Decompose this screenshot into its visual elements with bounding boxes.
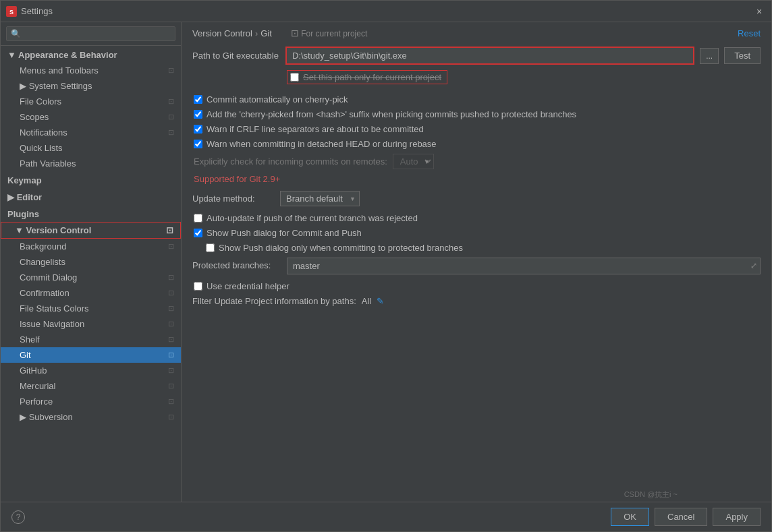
copy-icon: ⊡ [168,113,174,121]
help-button[interactable]: ? [11,510,25,524]
expand-arrow-editor: ▶ [7,192,17,202]
copy-icon: ⊡ [168,97,174,106]
close-button[interactable]: × [752,5,766,18]
sidebar-category-version-control[interactable]: ▼ Version Control ⊡ [1,222,181,239]
dialog-footer: ? OK Cancel Apply [1,502,771,531]
incoming-commits-select[interactable]: Auto [393,154,434,169]
checkbox-cherry-pick[interactable] [194,110,202,119]
copy-icon: ⊡ [168,366,174,375]
sidebar-category-editor[interactable]: ▶ Editor [1,188,181,205]
copy-icon: ⊡ [168,397,174,406]
checkbox-auto-commit[interactable] [194,95,202,104]
incoming-commits-select-wrapper: Auto [393,154,434,169]
copy-icon: ⊡ [168,382,174,390]
test-button[interactable]: Test [724,47,761,64]
checkbox-label-2: Warn if CRLF line separators are about t… [206,124,424,134]
checkbox-detached[interactable] [194,140,202,148]
breadcrumb-part2: Git [260,28,272,38]
sidebar: ▼ Appearance & Behavior Menus and Toolba… [1,22,182,502]
update-method-select-wrapper: Branch default Merge Rebase [280,191,360,206]
sidebar-item-background[interactable]: Background ⊡ [1,239,181,254]
checkbox-auto-update[interactable] [194,214,202,223]
expand-icon[interactable]: ⤢ [750,261,757,270]
checkbox-credential[interactable] [194,282,202,291]
checkbox-show-push[interactable] [194,229,202,237]
protected-branches-input[interactable] [287,258,760,274]
main-scroll-area: Path to Git executable ... Test Set this… [182,41,771,502]
sidebar-item-mercurial[interactable]: Mercurial ⊡ [1,378,181,394]
ok-button[interactable]: OK [611,508,649,526]
current-project-checkbox[interactable] [290,73,299,82]
search-input[interactable] [6,26,175,41]
main-header: Version Control › Git ⊡ For current proj… [182,22,771,41]
copy-icon: ⊡ [168,413,174,421]
sidebar-item-changelists[interactable]: Changelists [1,254,181,270]
copy-icon: ⊡ [168,128,174,137]
expand-icon-vc: ▼ [15,225,26,235]
sidebar-item-file-status-colors[interactable]: File Status Colors ⊡ [1,301,181,316]
sidebar-item-scopes[interactable]: Scopes ⊡ [1,109,181,125]
checkbox-row-1: Add the 'cherry-picked from <hash>' suff… [192,109,761,119]
show-push-row: Show Push dialog for Commit and Push [192,228,761,238]
incoming-commits-label: Explicitly check for incoming commits on… [194,156,387,167]
sidebar-item-menus-toolbars[interactable]: Menus and Toolbars ⊡ [1,63,181,78]
cancel-button[interactable]: Cancel [655,508,707,526]
checkbox-crlf[interactable] [194,125,202,134]
main-content: Version Control › Git ⊡ For current proj… [182,22,771,502]
sidebar-item-system-settings[interactable]: ▶ System Settings [1,78,181,94]
checkbox-label-1: Add the 'cherry-picked from <hash>' suff… [206,109,576,119]
sidebar-item-notifications[interactable]: Notifications ⊡ [1,125,181,140]
git-path-label: Path to Git executable [192,51,280,61]
expand-arrow-svn: ▶ [20,412,29,422]
sidebar-item-commit-dialog[interactable]: Commit Dialog ⊡ [1,270,181,285]
sidebar-section-version-control: ▼ Version Control ⊡ Background ⊡ Changel… [1,222,181,425]
current-project-label: Set this path only for current project [303,72,441,82]
checkbox-label-4: Auto-update if push of the current branc… [206,213,418,223]
sidebar-item-quick-lists[interactable]: Quick Lists [1,140,181,156]
copy-icon: ⊡ [168,66,174,75]
apply-button[interactable]: Apply [713,508,761,526]
checkbox-row-3: Warn when committing in detached HEAD or… [192,139,761,149]
reset-button[interactable]: Reset [738,28,761,38]
filter-label: Filter Update Project information by pat… [192,296,356,306]
svg-text:S: S [9,9,13,16]
current-project-row: Set this path only for current project [192,70,761,89]
sidebar-section-appearance: ▼ Appearance & Behavior Menus and Toolba… [1,46,181,171]
sidebar-category-appearance[interactable]: ▼ Appearance & Behavior [1,46,181,63]
update-method-select[interactable]: Branch default Merge Rebase [280,191,360,206]
for-current-project: ⊡ For current project [291,28,367,38]
copy-icon: ⊡ [168,289,174,297]
sidebar-item-perforce[interactable]: Perforce ⊡ [1,394,181,409]
git-path-input[interactable] [285,47,694,65]
copy-icon: ⊡ [168,351,174,359]
filter-value: All [362,296,371,306]
sidebar-item-shelf[interactable]: Shelf ⊡ [1,332,181,347]
sidebar-category-plugins[interactable]: Plugins [1,205,181,222]
dialog-body: ▼ Appearance & Behavior Menus and Toolba… [1,22,771,502]
breadcrumb: Version Control › Git ⊡ For current proj… [192,28,367,38]
copy-icon: ⊡ [168,304,174,313]
sidebar-item-path-variables[interactable]: Path Variables [1,156,181,171]
sidebar-search-area [1,22,181,46]
sidebar-item-file-colors[interactable]: File Colors ⊡ [1,94,181,109]
sidebar-category-keymap[interactable]: Keymap [1,171,181,188]
sidebar-section-plugins: Plugins [1,205,181,222]
sidebar-item-github[interactable]: GitHub ⊡ [1,363,181,378]
sidebar-item-issue-navigation[interactable]: Issue Navigation ⊡ [1,316,181,332]
current-project-checkbox-row: Set this path only for current project [287,70,447,84]
auto-update-row: Auto-update if push of the current branc… [192,213,761,223]
update-method-row: Update method: Branch default Merge Reba… [192,191,761,206]
filter-edit-icon[interactable]: ✎ [377,296,384,306]
browse-button[interactable]: ... [700,48,719,64]
checkbox-row-2: Warn if CRLF line separators are about t… [192,124,761,134]
show-push-indented-row: Show Push dialog only when committing to… [192,243,761,253]
sidebar-item-confirmation[interactable]: Confirmation ⊡ [1,285,181,301]
breadcrumb-separator: › [255,28,258,38]
supported-text: Supported for Git 2.9+ [192,174,761,184]
sidebar-item-git[interactable]: Git ⊡ [1,347,181,363]
incoming-commits-row: Explicitly check for incoming commits on… [192,154,761,169]
checkbox-show-push-protected[interactable] [206,243,215,252]
filter-row: Filter Update Project information by pat… [192,296,761,306]
sidebar-item-subversion[interactable]: ▶ Subversion ⊡ [1,409,181,425]
sidebar-section-keymap: Keymap [1,171,181,188]
